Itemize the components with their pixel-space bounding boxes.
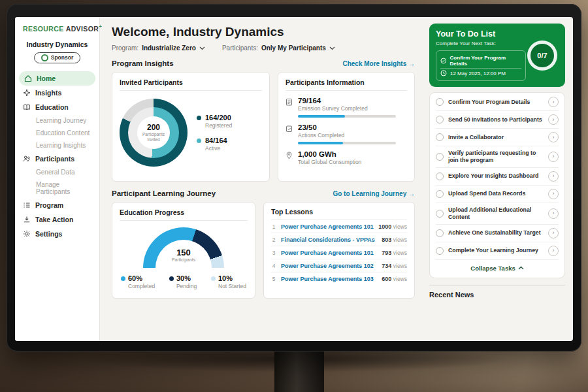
task-checkbox[interactable]	[436, 153, 444, 161]
sidebar-item-general-data[interactable]: General Data	[15, 166, 99, 178]
task-checkbox[interactable]	[436, 98, 444, 106]
task-checkbox[interactable]	[436, 229, 444, 237]
task-label: Invite a Collaborator	[448, 134, 544, 141]
sidebar-item-education-content[interactable]: Education Content	[15, 127, 99, 139]
task-checkbox[interactable]	[436, 133, 444, 141]
legend-registered: 164/200 Registered	[197, 114, 232, 129]
section-title-learning-journey: Participant Learning Journey	[112, 189, 216, 197]
sponsor-badge-label: Sponsor	[51, 54, 73, 61]
task-checkbox[interactable]	[436, 190, 444, 198]
lesson-views: 1000	[378, 223, 391, 230]
legend-not-started: 10% Not Started	[211, 274, 246, 289]
lesson-link[interactable]: Power Purchase Agreements 101	[281, 223, 374, 230]
next-task-box[interactable]: Confirm Your Program Details 12 May 2025…	[436, 50, 526, 81]
lesson-link[interactable]: Power Purchase Agreements 103	[281, 276, 377, 282]
task-checkbox[interactable]	[436, 116, 444, 123]
book-icon	[23, 103, 31, 111]
sidebar-item-label: Participants	[35, 155, 74, 163]
chevron-right-icon[interactable]: ›	[548, 189, 559, 199]
lesson-views: 600	[382, 276, 391, 282]
sidebar-item-insights[interactable]: Insights	[15, 86, 99, 100]
card-title: Participants Information	[286, 78, 407, 91]
sidebar-item-home[interactable]: Home	[19, 71, 95, 86]
legend-dot	[211, 276, 216, 281]
task-checkbox[interactable]	[436, 210, 444, 218]
sidebar-item-participants[interactable]: Participants	[15, 152, 99, 166]
task-upload-educational-content[interactable]: Upload Additional Educational Content ›	[436, 203, 559, 225]
sidebar-item-settings[interactable]: Settings	[15, 227, 99, 241]
task-complete-learning-journey[interactable]: Complete Your Learning Journey ›	[436, 242, 559, 260]
chevron-right-icon[interactable]: ›	[548, 228, 559, 238]
chevron-right-icon[interactable]: ›	[548, 171, 559, 182]
legend-label: Completed	[128, 283, 155, 289]
task-checkbox[interactable]	[436, 247, 444, 255]
emission-progress-bar	[298, 115, 396, 118]
chevron-right-icon[interactable]: ›	[548, 114, 559, 125]
task-upload-spend-data[interactable]: Upload Spend Data Records ›	[436, 186, 559, 203]
task-checkbox[interactable]	[436, 172, 444, 180]
task-label: Complete Your Learning Journey	[448, 247, 544, 254]
sidebar-item-learning-journey[interactable]: Learning Journey	[15, 114, 99, 127]
lesson-rank: 1	[271, 223, 276, 230]
donut-center-label: Participants	[142, 132, 165, 137]
task-send-invitations[interactable]: Send 50 Invitations to Participants ›	[436, 111, 559, 129]
legend-dot	[121, 276, 125, 281]
lesson-link[interactable]: Power Purchase Agreements 102	[281, 263, 377, 269]
participants-select-value: Only My Participants	[261, 44, 326, 52]
sidebar-item-take-action[interactable]: Take Action	[15, 212, 99, 227]
go-to-learning-journey-link[interactable]: Go to Learning Journey →	[333, 190, 415, 197]
legend-label: Active	[205, 145, 220, 152]
program-select-value: Industrialize Zero	[142, 44, 196, 52]
stat-value: 79/164	[298, 97, 396, 105]
task-achieve-sustainability-target[interactable]: Achieve One Sustainability Target ›	[436, 225, 559, 242]
sidebar-item-education[interactable]: Education	[15, 100, 99, 114]
chevron-right-icon[interactable]: ›	[548, 152, 559, 162]
list-icon	[23, 201, 31, 209]
check-more-insights-link[interactable]: Check More Insights →	[342, 60, 415, 67]
stat-label: Actions Completed	[298, 132, 396, 139]
legend-dot	[197, 116, 201, 120]
task-invite-collaborator[interactable]: Invite a Collaborator ›	[436, 129, 559, 146]
task-confirm-program-details[interactable]: Confirm Your Program Details ›	[436, 93, 559, 111]
main-content: Welcome, Industry Dynamics Program: Indu…	[100, 17, 424, 341]
sidebar-item-label: Settings	[35, 230, 62, 238]
task-list-card: Confirm Your Program Details › Send 50 I…	[429, 92, 565, 278]
clock-icon	[440, 70, 447, 76]
chevron-down-icon	[199, 46, 205, 50]
task-verify-participants[interactable]: Verify participants requesting to join t…	[436, 146, 559, 168]
sidebar-item-manage-participants[interactable]: Manage Participants	[15, 178, 99, 198]
task-explore-insights[interactable]: Explore Your Insights Dashboard ›	[436, 168, 559, 186]
donut-center-value: 200	[147, 123, 160, 132]
collapse-tasks-button[interactable]: Collapse Tasks	[436, 260, 559, 277]
legend-value: 10%	[218, 274, 233, 282]
sidebar-item-learning-insights[interactable]: Learning Insights	[15, 139, 99, 152]
chevron-right-icon[interactable]: ›	[548, 132, 559, 142]
participants-select-label: Participants:	[222, 44, 258, 52]
donut-center: 200 Participants Invited	[137, 116, 170, 149]
chevron-right-icon[interactable]: ›	[548, 246, 559, 256]
lesson-link[interactable]: Financial Considerations - VPPAs	[281, 237, 377, 243]
legend-label: Not Started	[218, 283, 246, 289]
task-label: Achieve One Sustainability Target	[448, 229, 544, 237]
program-insights-cards: Invited Participants 200 Participants In…	[112, 72, 415, 182]
sidebar-item-label: Education	[35, 103, 69, 111]
program-select[interactable]: Program: Industrialize Zero	[112, 44, 205, 52]
chevron-right-icon[interactable]: ›	[548, 208, 559, 219]
legend-value: 164/200	[205, 114, 231, 122]
monitor-stand	[274, 350, 324, 392]
card-title: Top Lessons	[271, 208, 407, 220]
legend-value: 60%	[128, 274, 142, 282]
check-circle-icon	[440, 57, 447, 64]
legend-pending: 30% Pending	[169, 274, 197, 289]
sidebar-item-program[interactable]: Program	[15, 198, 99, 212]
chevron-up-icon	[518, 266, 524, 270]
lesson-row: 2 Financial Considerations - VPPAs 803 v…	[271, 233, 407, 246]
lesson-link[interactable]: Power Purchase Agreements 101	[281, 250, 377, 256]
gauge-center-value: 150	[176, 248, 191, 257]
participants-select[interactable]: Participants: Only My Participants	[222, 44, 335, 52]
actions-progress-bar	[298, 142, 396, 144]
program-select-label: Program:	[112, 44, 139, 52]
stat-global-consumption: 1,000 GWh Total Global Consumption	[286, 150, 407, 165]
sponsor-badge[interactable]: Sponsor	[34, 52, 80, 63]
chevron-right-icon[interactable]: ›	[548, 97, 559, 107]
